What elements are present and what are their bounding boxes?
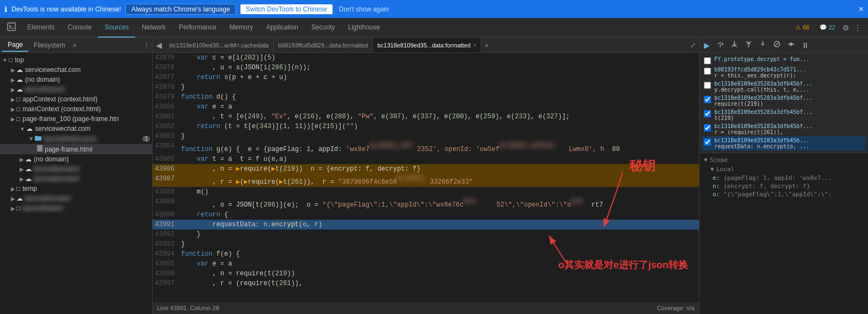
code-line-43986: 43986 , n = ▶require(▶t(219)) n = {encry…	[153, 164, 699, 174]
svg-rect-2	[35, 136, 41, 141]
expand-code-btn[interactable]: ⤢	[687, 41, 699, 49]
right-panel: ▶	[699, 38, 868, 314]
pause-on-exceptions-btn[interactable]: ⏸	[799, 40, 811, 51]
arrow-icon: ▶	[11, 186, 15, 192]
local-arrow: ▼	[710, 166, 714, 173]
resume-btn[interactable]: ▶	[702, 40, 712, 51]
always-match-btn[interactable]: Always match Chrome's language	[125, 4, 236, 15]
code-line: 43989 , o = JSON[t(286)](e); o = "{\"pag…	[153, 197, 699, 210]
tree-temp[interactable]: ▶ □ temp	[0, 184, 152, 194]
deactivate-btn[interactable]	[771, 39, 783, 51]
settings-btn[interactable]: ⚙	[842, 23, 849, 32]
bp-b98-checkbox[interactable]	[704, 68, 711, 75]
tree-blurred-4[interactable]: ▶ ☁ blurreddomain4	[0, 174, 152, 184]
bp-bc1-checkbox[interactable]	[704, 82, 711, 89]
bp-bc5-active: bc1318e8109ed35283a3dfb45b... requestDat…	[702, 136, 866, 150]
scope-var-o: o: "{\"pageFlag\":1,\"appId\":\":	[704, 190, 864, 198]
tree-blurred-3[interactable]: ▶ ☁ blurreddomain3	[0, 164, 152, 174]
bp-bc1-sub: y.decrypt.call(this, t, e,...	[714, 87, 813, 93]
step-out-btn[interactable]	[743, 39, 755, 51]
code-tab-2[interactable]: b98193ffcd5d829...data:formatted	[274, 38, 373, 53]
tree-appcontext[interactable]: ▶ □ appContext (context.html)	[0, 94, 152, 104]
dont-show-link[interactable]: Don't show again	[339, 5, 389, 13]
bp-bc4-checkbox[interactable]	[704, 124, 711, 131]
code-view[interactable]: 43975 var c = e[i(202)](5) 43976 , u = s…	[153, 53, 699, 302]
scope-label: Scope	[710, 156, 728, 164]
folder-icon: □	[16, 95, 20, 103]
tab-security[interactable]: Security	[305, 18, 341, 38]
tab-network[interactable]: Network	[135, 18, 172, 38]
switch-chinese-btn[interactable]: Switch DevTools to Chinese	[240, 4, 333, 14]
code-tab-bar: ◀ bc1318e8109ed35...anM=.cachedata b9819…	[153, 38, 699, 53]
bp-bc5-sub: requestData: n.encrypt(o, ...	[714, 143, 810, 149]
more-btn[interactable]: ⋮	[854, 23, 861, 32]
tab-console[interactable]: Console	[61, 18, 98, 38]
notification-close[interactable]: ×	[859, 4, 864, 14]
arrow-icon: ▶	[11, 77, 15, 83]
devtools-logo[interactable]	[2, 22, 21, 34]
arrow-icon: ▶	[11, 206, 15, 212]
sub-tab-page[interactable]: Page	[2, 39, 28, 52]
bp-bc1-text: bc1318e8109ed35283a3dfb45bf...	[714, 81, 813, 87]
sub-tab-filesystem[interactable]: Filesystem	[28, 39, 70, 51]
bp-b98-sub: r = this._aes.decrypt(r);	[714, 73, 806, 78]
local-label: Local	[716, 166, 734, 173]
code-line: 43976 , u = s(JSON[i(286)](n));	[153, 63, 699, 73]
bp-b98-text: b98193ffcd5d829cb43c7d571...	[714, 67, 806, 73]
back-btn[interactable]: ◀	[153, 41, 165, 50]
sidebar-settings[interactable]: ⋮	[143, 41, 150, 49]
tree-blurred-1[interactable]: ▶ ☁ blurredname1	[0, 84, 152, 94]
tree-pageframe[interactable]: ▶ □ page-frame_100 (page-frame.htn	[0, 114, 152, 124]
edit-breakpoints-btn[interactable]	[785, 39, 797, 51]
tree-servicewechat-child[interactable]: ▼ ☁ servicewechat.com	[0, 124, 152, 134]
bp-bc2-text: bc1318e8109ed35283a3dfb45bf...	[714, 95, 813, 101]
body-area: Page Filesystem » ⋮ ▼ □ top ▶ ☁ servic	[0, 38, 868, 314]
bp-bc3-checkbox[interactable]	[704, 110, 711, 117]
folder-icon: □	[16, 115, 20, 123]
close-tab-btn[interactable]: ×	[473, 41, 477, 49]
svg-line-11	[775, 42, 779, 46]
tree-maincontext[interactable]: ▶ □ mainContext (context.html)	[0, 104, 152, 114]
tree-no-domain-child[interactable]: ▶ ☁ (no domain)	[0, 154, 152, 164]
tree-blurred-6[interactable]: ▶ □ blurredfolder6	[0, 203, 152, 213]
status-bar: Line 43991, Column 28 Coverage: n/a	[153, 302, 699, 314]
step-into-btn[interactable]	[728, 39, 740, 51]
folder-icon: □	[16, 105, 20, 113]
sub-tab-more[interactable]: »	[73, 41, 76, 49]
tree-servicewechat[interactable]: ▶ ☁ servicewechat.com	[0, 65, 152, 75]
tab-bar-right: ⚠ 66 💬 22 ⚙ ⋮	[793, 23, 866, 32]
bp-bc4-sub: r = (require(t(261)),	[714, 129, 813, 135]
bp-fy-checkbox[interactable]	[704, 57, 711, 64]
tab-application[interactable]: Application	[260, 18, 305, 38]
bp-bc5-checkbox[interactable]	[704, 138, 711, 146]
arrow-icon: ▶	[11, 196, 15, 202]
tree-top[interactable]: ▼ □ top	[0, 55, 152, 65]
tree-blurred-folder[interactable]: ▼ blurredfoldername 1	[0, 134, 152, 144]
tab-lighthouse[interactable]: Lighthouse	[341, 18, 387, 38]
scope-var-n: n: {encrypt: f, decrypt: f}	[704, 182, 864, 190]
tree-no-domain-1[interactable]: ▶ ☁ (no domain)	[0, 75, 152, 84]
code-tab-3[interactable]: bc1318e8109ed35...data:formatted ×	[373, 38, 481, 53]
code-line-43987: 43987 , r = ▶(▶require(▶t(261)), r = "38…	[153, 174, 699, 187]
local-title[interactable]: ▼ Local	[704, 165, 864, 174]
step-btn[interactable]	[757, 39, 769, 51]
tree-blurred-5[interactable]: ▶ ☁ blurreddomain5	[0, 194, 152, 203]
step-over-btn[interactable]	[714, 39, 726, 51]
scope-title[interactable]: ▼ Scope	[704, 155, 864, 165]
tab-elements[interactable]: Elements	[21, 18, 61, 38]
more-tabs-btn[interactable]: »	[481, 41, 492, 49]
bp-bc2-checkbox[interactable]	[704, 96, 711, 103]
code-line: 43993 }	[153, 239, 699, 249]
tree-pageframe-html[interactable]: page-frame.html	[0, 144, 152, 154]
tab-performance[interactable]: Performance	[172, 18, 223, 38]
arrow-icon: ▶	[11, 116, 15, 122]
tab-memory[interactable]: Memory	[223, 18, 260, 38]
scope-arrow: ▼	[704, 156, 708, 164]
code-line: 43981 , t = [e(249), "Ev", e(216), e(288…	[153, 112, 699, 122]
code-tab-1[interactable]: bc1318e8109ed35...anM=.cachedata	[165, 38, 274, 53]
bp-bc4: bc1318e8109ed35283a3dfb45bf... r = (requ…	[702, 122, 866, 136]
bp-bc2: bc1318e8109ed35283a3dfb45bf... require(t…	[702, 94, 866, 108]
bp-bc5-text: bc1318e8109ed35283a3dfb45b...	[714, 137, 810, 143]
tab-sources[interactable]: Sources	[98, 18, 135, 38]
code-line: 43978 }	[153, 82, 699, 92]
